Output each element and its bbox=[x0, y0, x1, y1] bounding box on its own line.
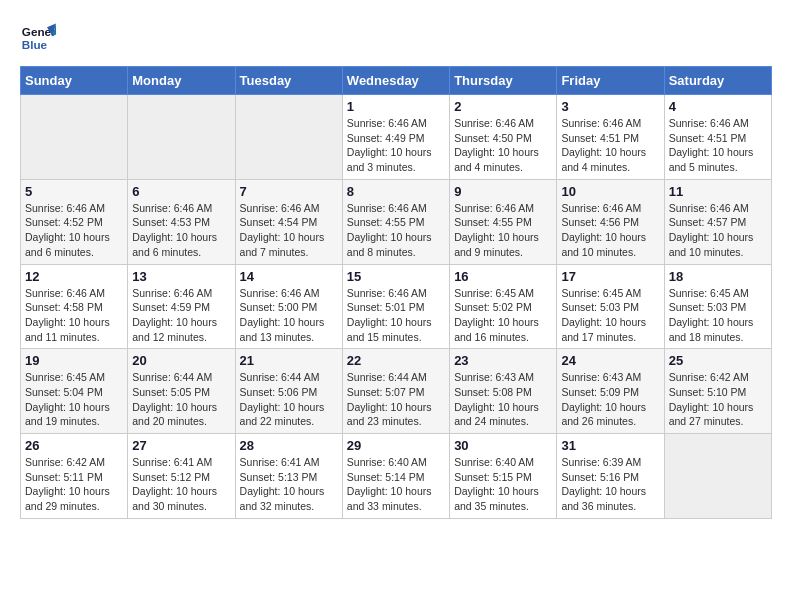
day-info: Sunrise: 6:45 AM Sunset: 5:04 PM Dayligh… bbox=[25, 370, 123, 429]
calendar-cell: 2Sunrise: 6:46 AM Sunset: 4:50 PM Daylig… bbox=[450, 95, 557, 180]
weekday-header-thursday: Thursday bbox=[450, 67, 557, 95]
calendar-cell: 28Sunrise: 6:41 AM Sunset: 5:13 PM Dayli… bbox=[235, 434, 342, 519]
calendar-cell: 22Sunrise: 6:44 AM Sunset: 5:07 PM Dayli… bbox=[342, 349, 449, 434]
day-number: 22 bbox=[347, 353, 445, 368]
day-number: 9 bbox=[454, 184, 552, 199]
day-info: Sunrise: 6:46 AM Sunset: 5:00 PM Dayligh… bbox=[240, 286, 338, 345]
day-number: 3 bbox=[561, 99, 659, 114]
calendar-cell: 12Sunrise: 6:46 AM Sunset: 4:58 PM Dayli… bbox=[21, 264, 128, 349]
day-info: Sunrise: 6:46 AM Sunset: 4:51 PM Dayligh… bbox=[669, 116, 767, 175]
weekday-header-sunday: Sunday bbox=[21, 67, 128, 95]
day-info: Sunrise: 6:46 AM Sunset: 4:52 PM Dayligh… bbox=[25, 201, 123, 260]
day-info: Sunrise: 6:44 AM Sunset: 5:07 PM Dayligh… bbox=[347, 370, 445, 429]
calendar-cell: 6Sunrise: 6:46 AM Sunset: 4:53 PM Daylig… bbox=[128, 179, 235, 264]
calendar-cell: 29Sunrise: 6:40 AM Sunset: 5:14 PM Dayli… bbox=[342, 434, 449, 519]
day-info: Sunrise: 6:45 AM Sunset: 5:02 PM Dayligh… bbox=[454, 286, 552, 345]
day-info: Sunrise: 6:41 AM Sunset: 5:12 PM Dayligh… bbox=[132, 455, 230, 514]
calendar-cell: 5Sunrise: 6:46 AM Sunset: 4:52 PM Daylig… bbox=[21, 179, 128, 264]
day-info: Sunrise: 6:46 AM Sunset: 4:54 PM Dayligh… bbox=[240, 201, 338, 260]
calendar-cell: 17Sunrise: 6:45 AM Sunset: 5:03 PM Dayli… bbox=[557, 264, 664, 349]
calendar-cell: 4Sunrise: 6:46 AM Sunset: 4:51 PM Daylig… bbox=[664, 95, 771, 180]
calendar-table: SundayMondayTuesdayWednesdayThursdayFrid… bbox=[20, 66, 772, 519]
day-number: 10 bbox=[561, 184, 659, 199]
day-number: 23 bbox=[454, 353, 552, 368]
day-number: 27 bbox=[132, 438, 230, 453]
day-number: 17 bbox=[561, 269, 659, 284]
day-info: Sunrise: 6:43 AM Sunset: 5:09 PM Dayligh… bbox=[561, 370, 659, 429]
day-number: 18 bbox=[669, 269, 767, 284]
svg-text:Blue: Blue bbox=[22, 38, 48, 51]
day-number: 6 bbox=[132, 184, 230, 199]
day-info: Sunrise: 6:39 AM Sunset: 5:16 PM Dayligh… bbox=[561, 455, 659, 514]
header-area: General Blue bbox=[20, 20, 772, 56]
calendar-cell: 31Sunrise: 6:39 AM Sunset: 5:16 PM Dayli… bbox=[557, 434, 664, 519]
calendar-cell bbox=[664, 434, 771, 519]
calendar-cell bbox=[235, 95, 342, 180]
day-number: 2 bbox=[454, 99, 552, 114]
calendar-cell: 20Sunrise: 6:44 AM Sunset: 5:05 PM Dayli… bbox=[128, 349, 235, 434]
calendar-cell: 15Sunrise: 6:46 AM Sunset: 5:01 PM Dayli… bbox=[342, 264, 449, 349]
day-number: 14 bbox=[240, 269, 338, 284]
logo: General Blue bbox=[20, 20, 60, 56]
day-number: 28 bbox=[240, 438, 338, 453]
weekday-header-wednesday: Wednesday bbox=[342, 67, 449, 95]
day-number: 21 bbox=[240, 353, 338, 368]
calendar-week-row: 5Sunrise: 6:46 AM Sunset: 4:52 PM Daylig… bbox=[21, 179, 772, 264]
calendar-cell: 27Sunrise: 6:41 AM Sunset: 5:12 PM Dayli… bbox=[128, 434, 235, 519]
day-number: 20 bbox=[132, 353, 230, 368]
calendar-week-row: 26Sunrise: 6:42 AM Sunset: 5:11 PM Dayli… bbox=[21, 434, 772, 519]
day-number: 26 bbox=[25, 438, 123, 453]
page-container: General Blue SundayMondayTuesdayWednesda… bbox=[20, 20, 772, 519]
logo-icon: General Blue bbox=[20, 20, 56, 56]
calendar-cell: 7Sunrise: 6:46 AM Sunset: 4:54 PM Daylig… bbox=[235, 179, 342, 264]
day-info: Sunrise: 6:46 AM Sunset: 4:57 PM Dayligh… bbox=[669, 201, 767, 260]
day-info: Sunrise: 6:46 AM Sunset: 4:56 PM Dayligh… bbox=[561, 201, 659, 260]
calendar-week-row: 1Sunrise: 6:46 AM Sunset: 4:49 PM Daylig… bbox=[21, 95, 772, 180]
calendar-cell: 14Sunrise: 6:46 AM Sunset: 5:00 PM Dayli… bbox=[235, 264, 342, 349]
day-info: Sunrise: 6:40 AM Sunset: 5:15 PM Dayligh… bbox=[454, 455, 552, 514]
day-number: 19 bbox=[25, 353, 123, 368]
day-info: Sunrise: 6:45 AM Sunset: 5:03 PM Dayligh… bbox=[669, 286, 767, 345]
day-number: 30 bbox=[454, 438, 552, 453]
day-info: Sunrise: 6:46 AM Sunset: 4:55 PM Dayligh… bbox=[454, 201, 552, 260]
day-info: Sunrise: 6:44 AM Sunset: 5:06 PM Dayligh… bbox=[240, 370, 338, 429]
calendar-cell: 9Sunrise: 6:46 AM Sunset: 4:55 PM Daylig… bbox=[450, 179, 557, 264]
weekday-header-friday: Friday bbox=[557, 67, 664, 95]
calendar-cell: 23Sunrise: 6:43 AM Sunset: 5:08 PM Dayli… bbox=[450, 349, 557, 434]
calendar-cell: 8Sunrise: 6:46 AM Sunset: 4:55 PM Daylig… bbox=[342, 179, 449, 264]
weekday-header-tuesday: Tuesday bbox=[235, 67, 342, 95]
day-info: Sunrise: 6:46 AM Sunset: 4:53 PM Dayligh… bbox=[132, 201, 230, 260]
day-number: 31 bbox=[561, 438, 659, 453]
calendar-week-row: 12Sunrise: 6:46 AM Sunset: 4:58 PM Dayli… bbox=[21, 264, 772, 349]
calendar-cell: 10Sunrise: 6:46 AM Sunset: 4:56 PM Dayli… bbox=[557, 179, 664, 264]
day-info: Sunrise: 6:46 AM Sunset: 4:51 PM Dayligh… bbox=[561, 116, 659, 175]
day-info: Sunrise: 6:41 AM Sunset: 5:13 PM Dayligh… bbox=[240, 455, 338, 514]
day-number: 24 bbox=[561, 353, 659, 368]
calendar-cell: 26Sunrise: 6:42 AM Sunset: 5:11 PM Dayli… bbox=[21, 434, 128, 519]
day-info: Sunrise: 6:46 AM Sunset: 4:59 PM Dayligh… bbox=[132, 286, 230, 345]
day-number: 1 bbox=[347, 99, 445, 114]
calendar-week-row: 19Sunrise: 6:45 AM Sunset: 5:04 PM Dayli… bbox=[21, 349, 772, 434]
day-info: Sunrise: 6:44 AM Sunset: 5:05 PM Dayligh… bbox=[132, 370, 230, 429]
day-info: Sunrise: 6:46 AM Sunset: 4:49 PM Dayligh… bbox=[347, 116, 445, 175]
calendar-cell bbox=[128, 95, 235, 180]
day-info: Sunrise: 6:46 AM Sunset: 4:50 PM Dayligh… bbox=[454, 116, 552, 175]
day-number: 29 bbox=[347, 438, 445, 453]
day-info: Sunrise: 6:43 AM Sunset: 5:08 PM Dayligh… bbox=[454, 370, 552, 429]
day-number: 11 bbox=[669, 184, 767, 199]
calendar-cell: 24Sunrise: 6:43 AM Sunset: 5:09 PM Dayli… bbox=[557, 349, 664, 434]
weekday-header-row: SundayMondayTuesdayWednesdayThursdayFrid… bbox=[21, 67, 772, 95]
day-number: 16 bbox=[454, 269, 552, 284]
calendar-cell: 21Sunrise: 6:44 AM Sunset: 5:06 PM Dayli… bbox=[235, 349, 342, 434]
day-info: Sunrise: 6:46 AM Sunset: 4:58 PM Dayligh… bbox=[25, 286, 123, 345]
day-number: 5 bbox=[25, 184, 123, 199]
day-info: Sunrise: 6:46 AM Sunset: 4:55 PM Dayligh… bbox=[347, 201, 445, 260]
calendar-cell: 18Sunrise: 6:45 AM Sunset: 5:03 PM Dayli… bbox=[664, 264, 771, 349]
weekday-header-monday: Monday bbox=[128, 67, 235, 95]
calendar-cell: 19Sunrise: 6:45 AM Sunset: 5:04 PM Dayli… bbox=[21, 349, 128, 434]
calendar-cell: 30Sunrise: 6:40 AM Sunset: 5:15 PM Dayli… bbox=[450, 434, 557, 519]
calendar-cell: 13Sunrise: 6:46 AM Sunset: 4:59 PM Dayli… bbox=[128, 264, 235, 349]
calendar-cell bbox=[21, 95, 128, 180]
day-number: 12 bbox=[25, 269, 123, 284]
calendar-cell: 3Sunrise: 6:46 AM Sunset: 4:51 PM Daylig… bbox=[557, 95, 664, 180]
